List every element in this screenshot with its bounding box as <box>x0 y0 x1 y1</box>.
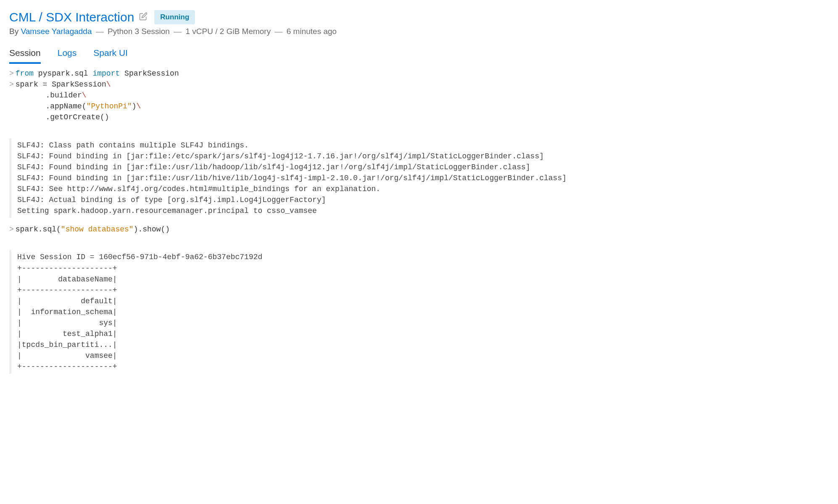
meta-resources: 1 vCPU / 2 GiB Memory <box>185 27 271 36</box>
tab-spark-ui[interactable]: Spark UI <box>93 45 128 64</box>
code-string: "PythonPi" <box>87 102 132 110</box>
meta-time: 6 minutes ago <box>287 27 337 36</box>
code-text: .builder <box>9 91 82 100</box>
code-input-line: >spark.sql("show databases").show() <box>9 224 829 235</box>
code-keyword: from <box>16 69 34 78</box>
tab-bar: Session Logs Spark UI <box>9 45 829 64</box>
code-escape: \ <box>82 91 87 100</box>
code-console[interactable]: >from pyspark.sql import SparkSession>sp… <box>9 68 829 374</box>
separator: — <box>174 27 184 36</box>
code-input-line: >spark = SparkSession\ .builder\ .appNam… <box>9 79 829 123</box>
tab-logs[interactable]: Logs <box>58 45 77 64</box>
code-keyword: import <box>92 69 120 78</box>
code-text: SparkSession <box>120 69 179 78</box>
code-escape: \ <box>136 102 141 110</box>
code-text: spark = SparkSession <box>16 80 106 89</box>
session-header: CML / SDX Interaction Running <box>9 10 829 24</box>
code-text: pyspark.sql <box>34 69 92 78</box>
code-text: .getOrCreate() <box>9 113 109 121</box>
code-input-line: >from pyspark.sql import SparkSession <box>9 68 829 79</box>
code-output-block: SLF4J: Class path contains multiple SLF4… <box>9 138 829 218</box>
code-string: "show databases" <box>61 225 134 234</box>
separator: — <box>274 27 285 36</box>
separator: — <box>96 27 106 36</box>
tab-session[interactable]: Session <box>9 45 41 64</box>
code-text: ).show() <box>134 225 170 234</box>
code-text: .appName( <box>9 102 87 110</box>
meta-session-type: Python 3 Session <box>108 27 170 36</box>
session-subheader: By Vamsee Yarlagadda — Python 3 Session … <box>9 27 829 36</box>
code-output-block: Hive Session ID = 160ecf56-971b-4ebf-9a6… <box>9 250 829 374</box>
author-link[interactable]: Vamsee Yarlagadda <box>21 27 92 36</box>
by-label: By <box>9 27 18 36</box>
prompt-icon: > <box>9 225 14 234</box>
edit-icon[interactable] <box>139 12 148 23</box>
session-title[interactable]: CML / SDX Interaction <box>9 10 134 24</box>
prompt-icon: > <box>9 69 14 78</box>
prompt-icon: > <box>9 80 14 89</box>
code-text: ) <box>132 102 137 110</box>
code-escape: \ <box>106 80 111 89</box>
status-badge: Running <box>154 10 195 24</box>
code-text: spark.sql( <box>16 225 61 234</box>
